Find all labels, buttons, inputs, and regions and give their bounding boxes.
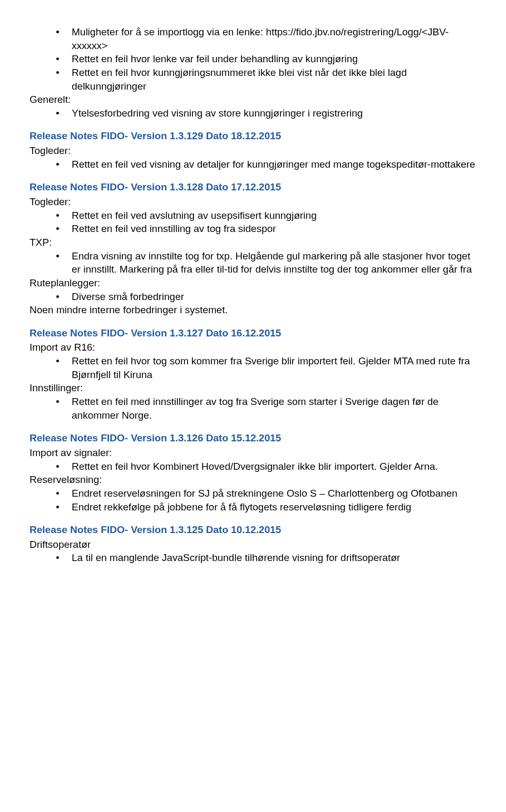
list-127-1: Rettet en feil hvor tog som kommer fra S…: [56, 354, 476, 381]
list-item: Endra visning av innstilte tog for txp. …: [56, 249, 476, 276]
section-label: Import av R16:: [30, 341, 476, 354]
list-item: La til en manglende JavaScript-bundle ti…: [56, 551, 476, 565]
release-heading-129: Release Notes FIDO- Version 1.3.129 Dato…: [30, 129, 476, 143]
release-heading-127: Release Notes FIDO- Version 1.3.127 Dato…: [30, 326, 476, 340]
list-top-2: Ytelsesforbedring ved visning av store k…: [56, 107, 476, 120]
list-item: Rettet en feil med innstillinger av tog …: [56, 395, 476, 422]
list-128-3: Diverse små forbedringer: [56, 290, 476, 304]
list-128-1: Rettet en feil ved avslutning av usepsif…: [56, 209, 476, 236]
release-block-125: Driftsoperatør La til en manglende JavaS…: [30, 538, 476, 565]
section-label: Togleder:: [30, 195, 476, 209]
list-item: Rettet en feil hvor lenke var feil under…: [56, 52, 476, 66]
paragraph: Noen mindre interne forbedringer i syste…: [30, 303, 476, 317]
list-item: Rettet en feil hvor tog som kommer fra S…: [56, 354, 476, 381]
list-top-1: Muligheter for å se importlogg via en le…: [56, 25, 476, 93]
release-block-top: Muligheter for å se importlogg via en le…: [30, 25, 476, 120]
section-label: Driftsoperatør: [30, 538, 476, 552]
section-label: Innstillinger:: [30, 381, 476, 395]
section-label: Import av signaler:: [30, 446, 476, 460]
list-item: Muligheter for å se importlogg via en le…: [56, 25, 476, 52]
release-block-128: Togleder: Rettet en feil ved avslutning …: [30, 195, 476, 317]
release-heading-125: Release Notes FIDO- Version 1.3.125 Dato…: [30, 523, 476, 537]
list-item: Rettet en feil ved avslutning av usepsif…: [56, 209, 476, 223]
list-item: Endret reserveløsningen for SJ på strekn…: [56, 487, 476, 500]
section-label: Generelt:: [30, 93, 476, 107]
list-item: Endret rekkefølge på jobbene for å få fl…: [56, 500, 476, 514]
list-126-2: Endret reserveløsningen for SJ på strekn…: [56, 487, 476, 514]
list-125-1: La til en manglende JavaScript-bundle ti…: [56, 551, 476, 565]
list-128-2: Endra visning av innstilte tog for txp. …: [56, 249, 476, 276]
list-item: Rettet en feil ved innstilling av tog fr…: [56, 222, 476, 236]
release-block-129: Togleder: Rettet en feil ved visning av …: [30, 144, 476, 171]
release-block-126: Import av signaler: Rettet en feil hvor …: [30, 446, 476, 514]
list-item: Rettet en feil hvor kunngjøringsnummeret…: [56, 66, 476, 93]
release-heading-126: Release Notes FIDO- Version 1.3.126 Dato…: [30, 431, 476, 445]
list-127-2: Rettet en feil med innstillinger av tog …: [56, 395, 476, 422]
list-item: Diverse små forbedringer: [56, 290, 476, 304]
section-label: Togleder:: [30, 144, 476, 158]
list-126-1: Rettet en feil hvor Kombinert Hoved/Dver…: [56, 460, 476, 473]
list-item: Ytelsesforbedring ved visning av store k…: [56, 107, 476, 120]
list-item: Rettet en feil hvor Kombinert Hoved/Dver…: [56, 460, 476, 473]
section-label: Ruteplanlegger:: [30, 276, 476, 290]
section-label: Reserveløsning:: [30, 473, 476, 487]
list-129-1: Rettet en feil ved visning av detaljer f…: [56, 158, 476, 171]
section-label: TXP:: [30, 236, 476, 249]
release-heading-128: Release Notes FIDO- Version 1.3.128 Dato…: [30, 180, 476, 194]
release-block-127: Import av R16: Rettet en feil hvor tog s…: [30, 341, 476, 422]
list-item: Rettet en feil ved visning av detaljer f…: [56, 158, 476, 171]
